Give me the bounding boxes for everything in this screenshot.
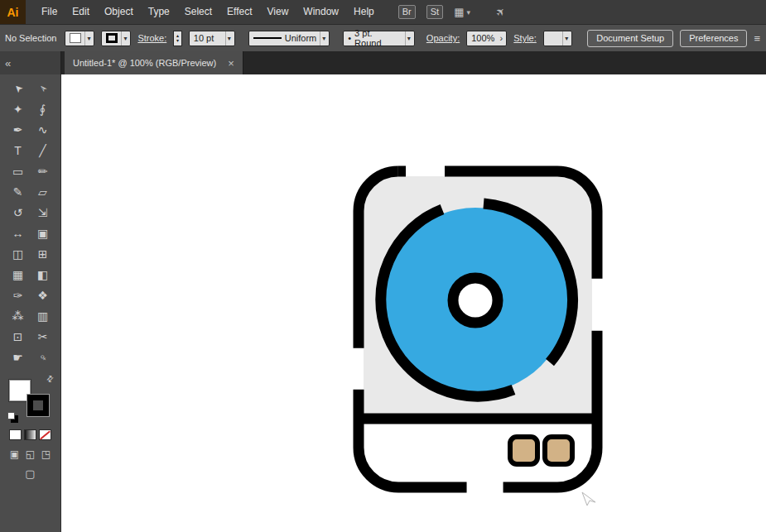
fill-color-picker[interactable]: ▾ <box>65 31 94 46</box>
menu-select[interactable]: Select <box>177 0 219 24</box>
menu-edit[interactable]: Edit <box>65 0 97 24</box>
draw-behind-button[interactable]: ◱ <box>24 448 36 460</box>
paintbrush-tool[interactable]: ✏ <box>31 162 55 180</box>
artboard-tool[interactable]: ⊡ <box>7 328 30 346</box>
control-button-right[interactable] <box>545 437 572 464</box>
submenu-arrow-icon: › <box>499 31 505 46</box>
column-graph-tool[interactable]: ▥ <box>31 307 55 325</box>
artwork-canvas[interactable] <box>61 74 766 532</box>
gpu-performance-icon[interactable]: ✈ <box>493 4 508 19</box>
menu-bar: Ai File Edit Object Type Select Effect V… <box>0 0 766 24</box>
tools-panel: ➤ ➢ ✦ ∮ ✒ ∿ T ╱ ▭ ✏ ✎ ▱ ↺ ⇲ ↔ ▣ ◫ ⊞ ▦ ◧ <box>0 74 61 532</box>
pen-tool[interactable]: ✒ <box>7 121 30 139</box>
menu-window[interactable]: Window <box>296 0 346 24</box>
control-bar: No Selection ▾ ▾ Stroke: ▴ ▾ 10 pt ▾ Uni… <box>0 24 766 51</box>
screen-mode-button[interactable]: ▢ <box>25 467 35 480</box>
canvas[interactable] <box>61 74 766 532</box>
collapse-toolbar-button[interactable]: « <box>5 57 10 69</box>
opacity-select[interactable]: 100% › <box>466 31 507 46</box>
tab-close-icon[interactable]: × <box>228 57 234 69</box>
type-tool[interactable]: T <box>7 141 30 160</box>
gradient-button[interactable] <box>24 429 36 440</box>
lasso-tool[interactable]: ∮ <box>31 100 55 118</box>
stepper-down-icon[interactable]: ▾ <box>176 38 179 43</box>
mesh-tool[interactable]: ▦ <box>7 266 30 284</box>
none-button[interactable] <box>39 429 51 440</box>
scale-tool[interactable]: ⇲ <box>31 204 55 222</box>
color-button[interactable] <box>9 429 22 440</box>
stroke-weight-stepper[interactable]: ▴ ▾ <box>173 31 182 46</box>
chevron-down-icon: ▾ <box>121 31 128 46</box>
cursor-icon <box>582 492 595 506</box>
chevron-down-icon: ▾ <box>562 31 570 46</box>
opacity-panel-link[interactable]: Opacity: <box>426 33 460 43</box>
hand-tool[interactable]: ☛ <box>7 348 30 367</box>
document-tab-bar: « Untitled-1* @ 100% (RGB/Preview) × <box>0 51 766 74</box>
menu-view[interactable]: View <box>260 0 296 24</box>
shape-builder-tool[interactable]: ◫ <box>7 245 30 263</box>
eyedropper-tool[interactable]: ✑ <box>7 286 30 304</box>
rectangle-tool[interactable]: ▭ <box>7 162 30 180</box>
chevron-down-icon: ▾ <box>225 31 233 46</box>
menu-type[interactable]: Type <box>141 0 177 24</box>
width-tool[interactable]: ↔ <box>7 224 30 242</box>
brush-select[interactable]: • 3 pt. Round ▾ <box>343 31 415 46</box>
workspace-switcher[interactable]: ▦ ▾ <box>454 6 470 18</box>
menu-object[interactable]: Object <box>97 0 141 24</box>
menu-file[interactable]: File <box>34 0 65 24</box>
chevron-down-icon: ▾ <box>84 31 92 46</box>
workspace-grid-icon: ▦ <box>454 6 464 18</box>
control-button-left[interactable] <box>510 437 537 464</box>
slice-tool[interactable]: ✂ <box>31 328 55 346</box>
illustrator-window: Ai File Edit Object Type Select Effect V… <box>0 0 766 532</box>
fill-stroke-control: ⇄ <box>7 376 54 419</box>
line-segment-tool[interactable]: ╱ <box>31 141 55 160</box>
style-panel-link[interactable]: Style: <box>513 33 537 43</box>
swap-fill-stroke-icon[interactable]: ⇄ <box>44 373 55 385</box>
toolbar-header: « <box>0 51 61 74</box>
selection-status: No Selection <box>5 33 56 43</box>
width-profile-select[interactable]: Uniform ▾ <box>248 31 330 46</box>
default-fill-stroke-icon[interactable] <box>7 412 15 419</box>
perspective-grid-tool[interactable]: ⊞ <box>31 245 55 263</box>
selection-tool[interactable]: ➤ <box>3 74 32 103</box>
graphic-style-select[interactable]: ▾ <box>543 31 572 46</box>
magic-wand-tool[interactable]: ✦ <box>7 100 30 118</box>
brush-value: 3 pt. Round <box>354 28 402 48</box>
stock-button[interactable]: St <box>426 5 443 19</box>
gradient-tool[interactable]: ◧ <box>31 266 55 284</box>
illustrator-logo-icon[interactable]: Ai <box>0 0 26 24</box>
bridge-button[interactable]: Br <box>398 5 416 19</box>
rotate-tool[interactable]: ↺ <box>7 204 30 222</box>
paint-style-row <box>9 429 51 440</box>
draw-normal-button[interactable]: ▣ <box>8 448 21 460</box>
preferences-button[interactable]: Preferences <box>680 30 747 47</box>
chevron-down-icon: ▾ <box>405 31 412 46</box>
menu-list: File Edit Object Type Select Effect View… <box>34 0 382 24</box>
chevron-down-icon: ▾ <box>466 8 470 17</box>
document-setup-button[interactable]: Document Setup <box>587 30 673 47</box>
blend-tool[interactable]: ❖ <box>31 286 55 304</box>
opacity-value: 100% <box>471 33 494 43</box>
stroke-weight-select[interactable]: 10 pt ▾ <box>189 31 235 46</box>
stroke-swatch <box>106 33 118 43</box>
draw-inside-button[interactable]: ◳ <box>40 448 52 460</box>
stroke-color-swatch[interactable] <box>27 395 49 416</box>
zoom-tool[interactable]: ♀ <box>28 343 57 371</box>
width-profile-preview <box>253 37 282 39</box>
menu-effect[interactable]: Effect <box>219 0 259 24</box>
stroke-color-picker[interactable]: ▾ <box>101 31 131 46</box>
brush-dot-icon: • <box>348 33 351 43</box>
pencil-tool[interactable]: ✎ <box>7 183 30 201</box>
burner-center-cap[interactable] <box>453 278 498 323</box>
direct-selection-tool[interactable]: ➢ <box>28 74 57 103</box>
width-profile-value: Uniform <box>285 33 317 43</box>
free-transform-tool[interactable]: ▣ <box>31 224 55 242</box>
document-tab[interactable]: Untitled-1* @ 100% (RGB/Preview) × <box>65 51 243 74</box>
stroke-panel-link[interactable]: Stroke: <box>137 33 166 43</box>
symbol-sprayer-tool[interactable]: ⁂ <box>7 307 30 325</box>
curvature-tool[interactable]: ∿ <box>31 121 55 139</box>
panel-menu-icon[interactable]: ≡ <box>754 32 761 45</box>
eraser-tool[interactable]: ▱ <box>31 183 55 201</box>
menu-help[interactable]: Help <box>346 0 382 24</box>
